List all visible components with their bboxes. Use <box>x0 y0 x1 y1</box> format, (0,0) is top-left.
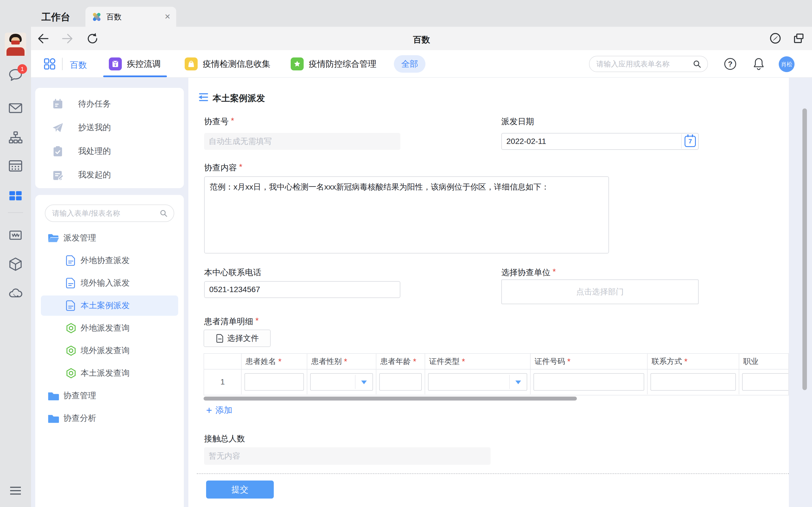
cube-icon[interactable] <box>0 256 31 272</box>
form-footer-divider <box>197 473 789 474</box>
app-search-input[interactable] <box>596 59 693 69</box>
center-phone-input[interactable] <box>204 281 400 298</box>
form-search-input[interactable] <box>52 209 160 218</box>
sidebar-item-handled[interactable]: 我处理的 <box>35 143 184 160</box>
cloud-call-icon[interactable] <box>0 285 31 301</box>
workspace-title: 工作台 <box>42 11 70 24</box>
jiance-app-icon <box>185 57 198 70</box>
assist-no-input[interactable] <box>204 133 400 150</box>
sidebar-item-label: 我发起的 <box>78 169 111 180</box>
submit-button[interactable]: 提交 <box>206 481 274 499</box>
tree-item-jingwai-query[interactable]: 境外派发查询 <box>35 342 184 360</box>
forward-icon[interactable] <box>61 33 73 44</box>
forms-tree-card: 派发管理 外地协查派发 境外输入派发 本土案例派发 <box>35 195 184 507</box>
svg-text:¥: ¥ <box>114 63 116 67</box>
search-icon <box>693 60 701 68</box>
calendar-icon[interactable] <box>0 158 31 174</box>
id-type-select[interactable] <box>428 373 527 391</box>
table-hscrollbar[interactable] <box>204 397 789 400</box>
header-id-type: 证件类型* <box>425 354 530 369</box>
sidebar-item-label: 抄送我的 <box>78 122 111 133</box>
contact-input[interactable] <box>651 373 736 391</box>
header-patient-name: 患者姓名* <box>242 354 307 369</box>
form-doc-icon <box>65 300 76 312</box>
tree-item-waidi-query[interactable]: 外地派发查询 <box>35 319 184 337</box>
tree-label: 外地协查派发 <box>81 255 130 266</box>
assist-unit-picker[interactable]: 点击选择部门 <box>501 279 699 304</box>
back-icon[interactable] <box>37 33 49 44</box>
nav-divider <box>62 58 63 70</box>
form-doc-icon <box>65 277 76 289</box>
compass-icon[interactable] <box>769 32 781 45</box>
row-index: 1 <box>204 369 242 394</box>
cell-id-number <box>530 369 648 394</box>
tree-item-bentu-query[interactable]: 本土派发查询 <box>35 364 184 382</box>
dispatch-date-input[interactable] <box>501 133 699 150</box>
sidebar-item-todo[interactable]: 待办任务 <box>35 95 184 113</box>
w-doc-icon[interactable] <box>0 227 31 243</box>
tab-close-icon[interactable]: ✕ <box>164 12 170 21</box>
cell-id-type <box>425 369 530 394</box>
assist-content-label: 协查内容* <box>204 162 242 173</box>
contact-total-input[interactable] <box>204 447 491 465</box>
open-window-icon[interactable] <box>793 33 805 45</box>
folder-icon <box>47 390 59 401</box>
dropdown-arrow-icon[interactable] <box>361 381 367 384</box>
assist-no-label: 协查号* <box>204 116 234 127</box>
app-search[interactable] <box>589 56 708 72</box>
dropdown-arrow-icon[interactable] <box>515 381 521 384</box>
occupation-input[interactable] <box>742 373 789 391</box>
nav-all-apps[interactable]: 全部 <box>394 55 425 73</box>
dock-avatar[interactable] <box>0 33 31 56</box>
help-icon[interactable]: ? <box>724 58 736 70</box>
apps-grid-icon[interactable] <box>43 57 56 71</box>
tree-folder-xiecha-analysis[interactable]: 协查分析 <box>35 409 184 427</box>
menu-icon[interactable] <box>0 485 31 496</box>
choose-file-button[interactable]: 选择文件 <box>204 330 271 347</box>
tree-folder-xiecha-mgmt[interactable]: 协查管理 <box>35 387 184 405</box>
mail-icon[interactable] <box>0 100 31 116</box>
nav-app-yiqing-fangkong[interactable]: 疫情防控综合管理 <box>291 57 376 70</box>
tree-label: 境外输入派发 <box>81 277 130 289</box>
user-avatar[interactable]: 肖松 <box>779 56 795 72</box>
id-number-input[interactable] <box>534 373 644 391</box>
contact-total-label: 接触总人数 <box>204 433 245 445</box>
nav-app-label: 疫情检测信息收集 <box>203 58 270 70</box>
tree-label: 外地派发查询 <box>81 323 130 334</box>
query-hexagon-icon <box>65 367 77 379</box>
nav-app-yiqing-jiance[interactable]: 疫情检测信息收集 <box>185 57 270 70</box>
add-row-button[interactable]: + 添加 <box>206 404 232 416</box>
sidebar-item-initiated[interactable]: 我发起的 <box>35 166 184 184</box>
workbench-icon[interactable] <box>0 187 31 204</box>
nav-app-jikong[interactable]: ¥ 疾控流调 <box>109 57 161 70</box>
notification-bell-icon[interactable] <box>752 57 765 71</box>
page-vscrollbar-thumb[interactable] <box>802 108 807 390</box>
form-title: 本土案例派发 <box>213 93 265 104</box>
query-hexagon-icon <box>65 322 77 334</box>
chat-badge: 1 <box>17 64 27 74</box>
page-title: 百数 <box>393 34 450 46</box>
tree-item-jingwai-shuru[interactable]: 境外输入派发 <box>35 274 184 292</box>
quick-tasks-card: 待办任务 抄送我的 我处理的 我发起的 <box>35 88 184 188</box>
nav-home[interactable]: 百数 <box>70 59 87 71</box>
collapse-sidebar-icon[interactable] <box>197 91 209 103</box>
assist-content-textarea[interactable]: 范例：x月xx日，我中心检测一名xxx新冠病毒核酸结果为阳性，该病例位于你区，详… <box>204 176 609 253</box>
tree-item-waidi-xiecha[interactable]: 外地协查派发 <box>35 251 184 270</box>
note-pencil-icon <box>52 169 64 181</box>
todo-calendar-icon <box>52 98 64 110</box>
sidebar-item-cc-me[interactable]: 抄送我的 <box>35 119 184 136</box>
patient-age-input[interactable] <box>379 373 422 391</box>
tree-label: 协查管理 <box>63 390 96 401</box>
form-search[interactable] <box>45 205 174 222</box>
tree-item-bentu-anli-selected[interactable]: 本土案例派发 <box>35 297 184 315</box>
tab-baishu[interactable]: 百数 ✕ <box>86 7 176 27</box>
patient-name-input[interactable] <box>245 373 304 391</box>
tree-folder-paifa[interactable]: 派发管理 <box>35 229 184 247</box>
date-picker-icon[interactable]: 7 <box>684 136 696 147</box>
patient-gender-select[interactable] <box>310 373 373 391</box>
org-icon[interactable] <box>0 130 31 146</box>
patients-label: 患者清单明细* <box>204 316 259 327</box>
refresh-icon[interactable] <box>86 33 99 45</box>
hscrollbar-thumb[interactable] <box>204 397 577 400</box>
dispatch-date-label: 派发日期 <box>501 116 534 127</box>
